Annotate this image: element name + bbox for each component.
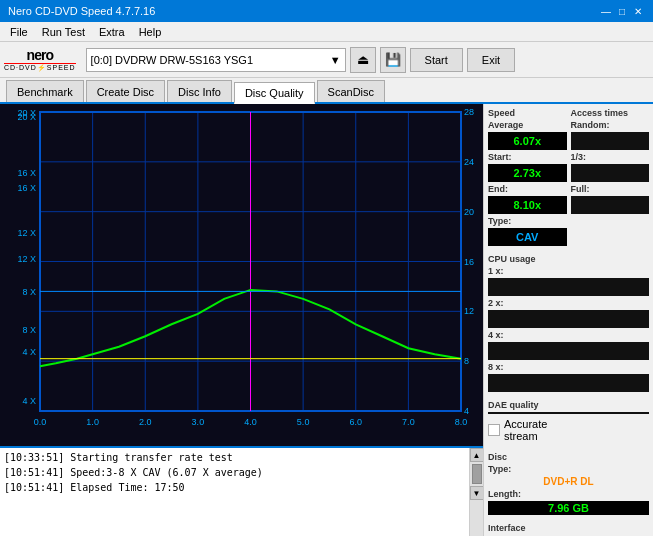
tab-disc-info[interactable]: Disc Info bbox=[167, 80, 232, 102]
type-value: CAV bbox=[488, 228, 567, 246]
accurate-stream-row: Accuratestream bbox=[488, 418, 649, 442]
access-section-title: Access times bbox=[571, 108, 650, 118]
tab-disc-quality[interactable]: Disc Quality bbox=[234, 82, 315, 104]
eject-button[interactable]: ⏏ bbox=[350, 47, 376, 73]
minimize-button[interactable]: — bbox=[599, 4, 613, 18]
random-label: Random: bbox=[571, 120, 650, 130]
interface-section: Interface Burst rate: bbox=[488, 523, 649, 536]
cpu-1x-value bbox=[488, 278, 649, 296]
maximize-button[interactable]: □ bbox=[615, 4, 629, 18]
cpu-8x-value bbox=[488, 374, 649, 392]
full-label: Full: bbox=[571, 184, 650, 194]
length-label: Length: bbox=[488, 489, 649, 499]
main-content: 20 X 16 X 12 X 8 X 4 X [10:33:51] Starti… bbox=[0, 104, 653, 536]
y-label-12: 12 X bbox=[17, 254, 38, 264]
y-label-4: 4 X bbox=[22, 396, 38, 406]
close-button[interactable]: ✕ bbox=[631, 4, 645, 18]
y-label-16: 16 X bbox=[17, 183, 38, 193]
cpu-section: CPU usage 1 x: 2 x: 4 x: 8 x: bbox=[488, 254, 649, 392]
cpu-8x-label: 8 x: bbox=[488, 362, 649, 372]
access-col: Access times Random: 1/3: Full: bbox=[571, 108, 650, 246]
menu-help[interactable]: Help bbox=[133, 24, 168, 40]
speed-section: Speed Average 6.07x Start: 2.73x End: 8.… bbox=[488, 108, 649, 246]
title-bar-text: Nero CD-DVD Speed 4.7.7.16 bbox=[8, 5, 155, 17]
cpu-section-title: CPU usage bbox=[488, 254, 649, 264]
dae-section-title: DAE quality bbox=[488, 400, 649, 410]
chart-section: 20 X 16 X 12 X 8 X 4 X [10:33:51] Starti… bbox=[0, 104, 483, 536]
cpu-4x-value bbox=[488, 342, 649, 360]
menu-file[interactable]: File bbox=[4, 24, 34, 40]
disc-section-title: Disc bbox=[488, 452, 649, 462]
cpu-2x-value bbox=[488, 310, 649, 328]
random-value bbox=[571, 132, 650, 150]
drive-dropdown-icon: ▼ bbox=[330, 54, 341, 66]
chart-canvas bbox=[0, 104, 483, 446]
title-bar-controls: — □ ✕ bbox=[599, 4, 645, 18]
disc-type-value: DVD+R DL bbox=[488, 476, 649, 487]
toolbar: nero CD·DVD⚡SPEED [0:0] DVDRW DRW-5S163 … bbox=[0, 42, 653, 78]
log-content: [10:33:51] Starting transfer rate test [… bbox=[0, 448, 469, 536]
tab-create-disc[interactable]: Create Disc bbox=[86, 80, 165, 102]
length-value: 7.96 GB bbox=[488, 501, 649, 515]
menu-run-test[interactable]: Run Test bbox=[36, 24, 91, 40]
type-label: Type: bbox=[488, 216, 567, 226]
right-panel: Speed Average 6.07x Start: 2.73x End: 8.… bbox=[483, 104, 653, 536]
tab-benchmark[interactable]: Benchmark bbox=[6, 80, 84, 102]
accurate-stream-label: Accuratestream bbox=[504, 418, 547, 442]
scroll-down-button[interactable]: ▼ bbox=[470, 486, 484, 500]
start-button[interactable]: Start bbox=[410, 48, 463, 72]
log-line-1: [10:33:51] Starting transfer rate test bbox=[4, 450, 465, 465]
exit-button[interactable]: Exit bbox=[467, 48, 515, 72]
nero-logo: nero CD·DVD⚡SPEED bbox=[4, 47, 76, 72]
menu-bar: File Run Test Extra Help bbox=[0, 22, 653, 42]
cpu-4x-label: 4 x: bbox=[488, 330, 649, 340]
log-line-2: [10:51:41] Speed:3-8 X CAV (6.07 X avera… bbox=[4, 465, 465, 480]
full-value bbox=[571, 196, 650, 214]
average-label: Average bbox=[488, 120, 567, 130]
nero-logo-bottom: CD·DVD⚡SPEED bbox=[4, 63, 76, 72]
tab-scan-disc[interactable]: ScanDisc bbox=[317, 80, 385, 102]
one-third-value bbox=[571, 164, 650, 182]
y-label-8: 8 X bbox=[22, 325, 38, 335]
log-scrollbar[interactable]: ▲ ▼ bbox=[469, 448, 483, 536]
cpu-col: CPU usage 1 x: 2 x: 4 x: 8 x: bbox=[488, 254, 649, 392]
interface-col: Interface Burst rate: bbox=[488, 523, 649, 536]
y-label-20: 20 X bbox=[17, 112, 38, 122]
log-area: [10:33:51] Starting transfer rate test [… bbox=[0, 446, 483, 536]
speed-col: Speed Average 6.07x Start: 2.73x End: 8.… bbox=[488, 108, 567, 246]
tabs: Benchmark Create Disc Disc Info Disc Qua… bbox=[0, 78, 653, 104]
menu-extra[interactable]: Extra bbox=[93, 24, 131, 40]
log-line-3: [10:51:41] Elapsed Time: 17:50 bbox=[4, 480, 465, 495]
title-bar: Nero CD-DVD Speed 4.7.7.16 — □ ✕ bbox=[0, 0, 653, 22]
average-value: 6.07x bbox=[488, 132, 567, 150]
cpu-1x-label: 1 x: bbox=[488, 266, 649, 276]
chart-container: 20 X 16 X 12 X 8 X 4 X bbox=[0, 104, 483, 446]
drive-selector[interactable]: [0:0] DVDRW DRW-5S163 YSG1 ▼ bbox=[86, 48, 346, 72]
y-axis-left: 20 X 16 X 12 X 8 X 4 X bbox=[2, 112, 38, 406]
scroll-up-button[interactable]: ▲ bbox=[470, 448, 484, 462]
disc-type-label: Type: bbox=[488, 464, 649, 474]
scroll-thumb[interactable] bbox=[472, 464, 482, 484]
save-button[interactable]: 💾 bbox=[380, 47, 406, 73]
end-speed-label: End: bbox=[488, 184, 567, 194]
accurate-stream-checkbox[interactable] bbox=[488, 424, 500, 436]
interface-section-title: Interface bbox=[488, 523, 649, 533]
start-speed-label: Start: bbox=[488, 152, 567, 162]
end-speed-value: 8.10x bbox=[488, 196, 567, 214]
dae-value bbox=[488, 412, 649, 414]
speed-section-title: Speed bbox=[488, 108, 567, 118]
start-speed-value: 2.73x bbox=[488, 164, 567, 182]
drive-label: [0:0] DVDRW DRW-5S163 YSG1 bbox=[91, 54, 253, 66]
nero-logo-top: nero bbox=[27, 47, 53, 63]
one-third-label: 1/3: bbox=[571, 152, 650, 162]
cpu-2x-label: 2 x: bbox=[488, 298, 649, 308]
